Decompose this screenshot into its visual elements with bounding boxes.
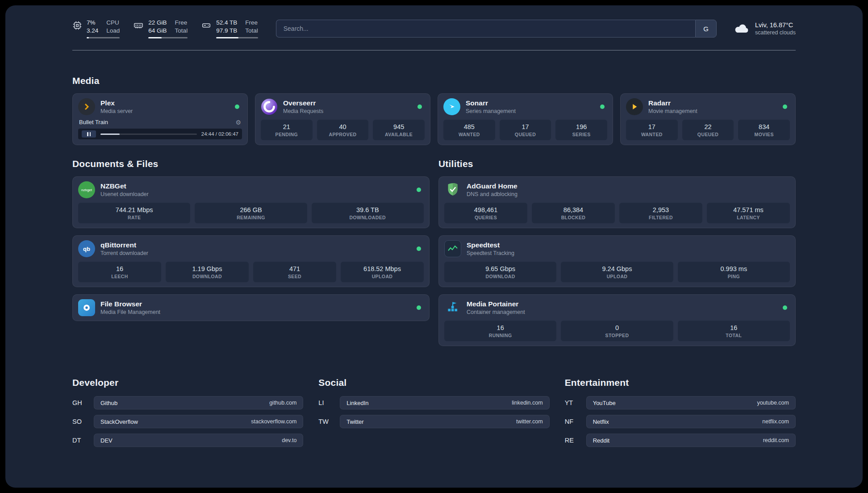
stat-value: 16 [446,324,555,331]
plex-icon [78,98,95,115]
qbittorrent-card[interactable]: qb qBittorrent Torrent downloader 16 [72,235,430,287]
bookmark-link-youtube[interactable]: YouTube youtube.com [586,396,796,409]
stat-label: RATE [80,215,188,220]
adguard-card[interactable]: AdGuard Home DNS and adblocking 498,461 … [438,176,796,228]
cpu-widget: 7% 3.24 CPU Load [72,19,120,38]
stat-value: 0.993 ms [680,265,788,272]
plex-card[interactable]: Plex Media server Bullet Train ⚙ 24:44 /… [72,93,248,145]
stat-tile: 834 MOVIES [738,120,790,140]
stat-value: 39.6 TB [313,206,422,213]
app-name: Speedtest [467,241,514,249]
bookmark-link-netflix[interactable]: Netflix netflix.com [586,415,796,428]
overseerr-card[interactable]: Overseerr Media Requests 21 PENDING 40 A… [255,93,430,145]
memory-widget: 22 GiB 64 GiB Free Total [133,19,188,38]
overseerr-icon [261,98,278,115]
app-desc: Speedtest Tracking [467,250,514,256]
cpu-percent: 7% [87,19,98,27]
stat-value: 17 [628,123,676,130]
nzbget-card[interactable]: nzbget NZBGet Usenet downloader 744.21 M… [72,176,430,228]
app-name: qBittorrent [100,241,148,249]
stat-value: 0 [563,324,671,331]
stat-tile: 0.993 ms PING [678,262,790,282]
app-name: Media Portainer [467,300,525,308]
stat-tile: 266 GB REMAINING [195,203,307,223]
bookmark-abbr: TW [318,418,340,425]
dashboard-window: 7% 3.24 CPU Load [5,5,863,488]
stat-value: 744.21 Mbps [80,206,188,213]
stat-label: SERIES [557,132,605,137]
stat-value: 834 [740,123,788,130]
app-name: AdGuard Home [467,182,517,190]
disk-progress-bar [216,37,258,38]
qbittorrent-icon: qb [78,240,95,257]
bookmark-link-linkedin[interactable]: LinkedIn linkedin.com [340,396,549,409]
cloud-icon [734,23,750,34]
stat-label: LATENCY [709,215,788,220]
section-title-documents: Documents & Files [72,159,430,169]
status-dot [235,104,239,109]
top-bar: 7% 3.24 CPU Load [72,19,796,38]
bookmark-link-github[interactable]: Github github.com [94,396,303,409]
stat-tile: 945 AVAILABLE [373,120,425,140]
seek-bar[interactable] [100,134,197,135]
stat-tile: 47.571 ms LATENCY [707,203,790,223]
track-title: Bullet Train [79,119,108,125]
bookmark-group-social: Social LI LinkedIn linkedin.com TW Twitt… [318,377,549,452]
stat-value: 47.571 ms [709,206,788,213]
bookmarks-section: Developer GH Github github.com SO StackO… [72,377,796,470]
gear-icon[interactable]: ⚙ [235,119,241,125]
status-dot [417,104,422,109]
app-name: Radarr [648,99,697,107]
stat-value: 266 GB [196,206,305,213]
stat-label: QUEUED [684,132,732,137]
status-dot [417,305,421,310]
bookmark-row: RE Reddit reddit.com [565,434,796,447]
pause-button[interactable] [82,130,96,138]
weather-location-temp: Lviv, 16.87°C [755,21,796,29]
speedtest-card[interactable]: Speedtest Speedtest Tracking 9.65 Gbps D… [438,235,796,287]
bookmark-url: linkedin.com [512,400,542,406]
bookmark-name: StackOverflow [100,418,138,425]
stat-label: DOWNLOAD [167,274,247,279]
utilities-column: Utilities AdGuard Home DNS and adblockin… [438,159,796,346]
stat-tile: 196 SERIES [555,120,607,140]
stat-value: 16 [80,265,159,272]
ram-free-value: 22 GiB [148,19,167,27]
status-dot [783,305,787,310]
app-desc: Usenet downloader [100,191,149,197]
sonarr-card[interactable]: Sonarr Series management 485 WANTED 17 Q… [438,93,613,145]
disk-icon [201,21,212,30]
bookmark-name: Reddit [593,437,610,444]
filebrowser-card[interactable]: File Browser Media File Management [72,294,430,321]
stat-tile: 2,953 FILTERED [619,203,702,223]
bookmark-link-dev[interactable]: DEV dev.to [94,434,303,447]
stat-tile: 22 QUEUED [682,120,734,140]
bookmark-url: netflix.com [762,418,789,425]
stat-value: 498,461 [446,206,526,213]
bookmark-link-stackoverflow[interactable]: StackOverflow stackoverflow.com [94,415,303,428]
stat-label: BLOCKED [534,215,613,220]
weather-widget: Lviv, 16.87°C scattered clouds [734,21,796,36]
portainer-card[interactable]: Media Portainer Container management 16 … [438,294,796,346]
stat-value: 945 [375,123,423,130]
bookmark-link-reddit[interactable]: Reddit reddit.com [586,434,796,447]
stat-label: UPLOAD [563,274,671,279]
sonarr-icon [443,98,460,115]
stat-label: DOWNLOADED [313,215,422,220]
stat-label: FILTERED [621,215,701,220]
app-desc: Media File Management [100,309,160,315]
topbar-divider [72,50,796,50]
stat-value: 9.65 Gbps [446,265,555,272]
search-input[interactable] [276,20,695,38]
radarr-card[interactable]: Radarr Movie management 17 WANTED 22 QUE… [620,93,796,145]
bookmark-link-twitter[interactable]: Twitter twitter.com [340,415,549,428]
speedtest-icon [444,240,461,257]
cpu-label: CPU [106,19,120,27]
status-dot [783,104,787,109]
media-card-grid: Plex Media server Bullet Train ⚙ 24:44 /… [72,93,796,145]
bookmark-name: Twitter [346,418,363,425]
cpu-progress-bar [87,37,120,38]
bookmark-row: GH Github github.com [72,396,303,409]
search-provider-button[interactable]: G [695,20,717,38]
ram-total-label: Total [175,27,188,35]
